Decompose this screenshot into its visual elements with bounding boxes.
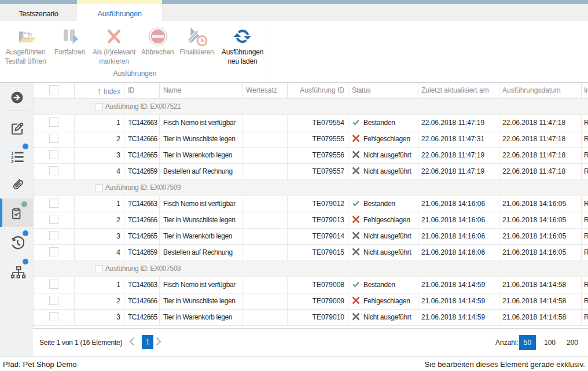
svg-text:3: 3 [11,159,14,163]
